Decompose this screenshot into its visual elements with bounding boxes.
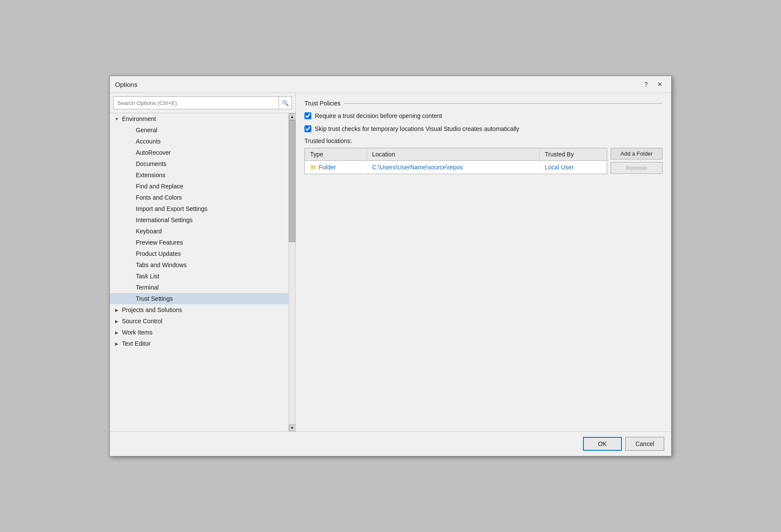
tree-item-label-projects-solutions: Projects and Solutions [122, 306, 182, 313]
tree-toggle-spacer [127, 295, 134, 302]
trusted-table: Type Location Trusted By 📁FolderC:\Users… [305, 148, 607, 174]
tree-item-keyboard[interactable]: Keyboard [110, 226, 288, 237]
scrollbar-track: ▲ ▼ [288, 113, 295, 431]
tree-item-environment[interactable]: ▼Environment [110, 113, 288, 124]
tree-item-accounts[interactable]: Accounts [110, 136, 288, 147]
tree-item-label-keyboard: Keyboard [136, 228, 162, 235]
tree-item-label-general: General [136, 127, 157, 134]
tree-item-label-terminal: Terminal [136, 284, 159, 291]
help-button[interactable]: ? [640, 80, 652, 89]
tree-item-documents[interactable]: Documents [110, 158, 288, 169]
col-header-type: Type [305, 148, 367, 161]
dialog-body: 🔍 ▼EnvironmentGeneralAccountsAutoRecover… [110, 93, 671, 456]
trusted-locations-area: Type Location Trusted By 📁FolderC:\Users… [304, 148, 663, 174]
tree-toggle-text-editor[interactable]: ▶ [113, 340, 120, 347]
col-header-trusted-by: Trusted By [539, 148, 607, 161]
tree-item-general[interactable]: General [110, 124, 288, 136]
tree-toggle-spacer [127, 127, 134, 134]
tree-item-task-list[interactable]: Task List [110, 271, 288, 282]
trusted-table-container: Type Location Trusted By 📁FolderC:\Users… [304, 148, 607, 174]
col-header-location: Location [367, 148, 539, 161]
location-link[interactable]: C:\Users\UserName\source\repos [372, 164, 463, 171]
tree-toggle-spacer [127, 138, 134, 145]
tree-toggle-spacer [127, 149, 134, 156]
table-header: Type Location Trusted By [305, 148, 607, 161]
tree-item-trust-settings[interactable]: Trust Settings [110, 293, 288, 304]
table-row[interactable]: 📁FolderC:\Users\UserName\source\reposLoc… [305, 161, 607, 174]
tree-toggle-work-items[interactable]: ▶ [113, 329, 120, 336]
scroll-up-button[interactable]: ▲ [289, 113, 296, 120]
checkbox-require-trust[interactable] [304, 112, 311, 119]
title-bar: Options ? ✕ [110, 76, 671, 93]
search-box-container: 🔍 [110, 93, 295, 113]
tree-item-import-export[interactable]: Import and Export Settings [110, 203, 288, 214]
cancel-button[interactable]: Cancel [625, 437, 664, 451]
section-title: Trust Policies [304, 100, 663, 107]
tree-item-international[interactable]: International Settings [110, 214, 288, 226]
remove-button[interactable]: Remove [611, 162, 663, 174]
cell-trusted-by: Local User [539, 161, 607, 174]
tree-item-label-documents: Documents [136, 160, 166, 167]
tree-toggle-spacer [127, 205, 134, 212]
title-bar-buttons: ? ✕ [640, 80, 666, 89]
tree-item-label-preview-features: Preview Features [136, 239, 183, 246]
tree-item-preview-features[interactable]: Preview Features [110, 237, 288, 248]
tree-item-source-control[interactable]: ▶Source Control [110, 315, 288, 327]
right-panel: Trust Policies Require a trust decision … [296, 93, 671, 431]
tree-toggle-projects-solutions[interactable]: ▶ [113, 306, 120, 313]
tree-item-label-environment: Environment [122, 115, 156, 122]
tree-item-label-fonts-and-colors: Fonts and Colors [136, 194, 182, 201]
tree-item-label-find-and-replace: Find and Replace [136, 183, 183, 190]
close-button[interactable]: ✕ [654, 80, 666, 89]
tree-item-label-product-updates: Product Updates [136, 250, 181, 257]
tree-toggle-spacer [127, 183, 134, 190]
dialog-footer: OK Cancel [110, 431, 671, 456]
tree-item-label-trust-settings: Trust Settings [136, 295, 173, 302]
tree-item-terminal[interactable]: Terminal [110, 282, 288, 293]
tree-item-label-task-list: Task List [136, 273, 159, 280]
search-input[interactable] [114, 98, 278, 108]
tree-toggle-environment[interactable]: ▼ [113, 115, 120, 122]
tree-toggle-source-control[interactable]: ▶ [113, 318, 120, 325]
ok-button[interactable]: OK [583, 437, 622, 451]
scroll-thumb[interactable] [289, 120, 295, 242]
tree-item-label-work-items: Work Items [122, 329, 153, 336]
tree-toggle-spacer [127, 194, 134, 201]
trusted-by-value: Local User [545, 164, 574, 171]
tree-item-projects-solutions[interactable]: ▶Projects and Solutions [110, 304, 288, 315]
table-body: 📁FolderC:\Users\UserName\source\reposLoc… [305, 161, 607, 174]
tree-toggle-spacer [127, 261, 134, 268]
tree-item-product-updates[interactable]: Product Updates [110, 248, 288, 259]
dialog-content: 🔍 ▼EnvironmentGeneralAccountsAutoRecover… [110, 93, 671, 431]
tree-toggle-spacer [127, 273, 134, 280]
tree-item-find-and-replace[interactable]: Find and Replace [110, 181, 288, 192]
checkbox-skip-trust[interactable] [304, 125, 311, 132]
trusted-locations-label: Trusted locations: [304, 137, 663, 144]
tree-toggle-spacer [127, 228, 134, 235]
tree-toggle-spacer [127, 172, 134, 178]
checkbox-label-1: Require a trust decision before opening … [315, 112, 442, 121]
tree-item-label-tabs-windows: Tabs and Windows [136, 261, 187, 268]
tree-area: ▼EnvironmentGeneralAccountsAutoRecoverDo… [110, 113, 295, 431]
search-box: 🔍 [113, 96, 292, 109]
table-header-row: Type Location Trusted By [305, 148, 607, 161]
left-panel: 🔍 ▼EnvironmentGeneralAccountsAutoRecover… [110, 93, 296, 431]
tree-item-extensions[interactable]: Extensions [110, 169, 288, 181]
folder-link[interactable]: 📁Folder [310, 164, 362, 171]
tree-item-label-import-export: Import and Export Settings [136, 205, 208, 212]
tree-item-fonts-and-colors[interactable]: Fonts and Colors [110, 192, 288, 203]
tree-item-autorecover[interactable]: AutoRecover [110, 147, 288, 158]
search-button[interactable]: 🔍 [278, 97, 291, 109]
cell-type: 📁Folder [305, 161, 367, 174]
tree-item-work-items[interactable]: ▶Work Items [110, 327, 288, 338]
tree-toggle-spacer [127, 217, 134, 223]
tree-item-text-editor[interactable]: ▶Text Editor [110, 338, 288, 349]
tree-toggle-spacer [127, 250, 134, 257]
tree-item-tabs-windows[interactable]: Tabs and Windows [110, 259, 288, 271]
checkbox-label-2: Skip trust checks for temporary location… [315, 125, 519, 134]
options-dialog: Options ? ✕ 🔍 ▼Environm [109, 76, 672, 456]
scroll-down-button[interactable]: ▼ [289, 424, 296, 431]
tree-item-label-text-editor: Text Editor [122, 340, 150, 347]
checkbox-row-2: Skip trust checks for temporary location… [304, 125, 663, 134]
add-folder-button[interactable]: Add a Folder [611, 148, 663, 159]
